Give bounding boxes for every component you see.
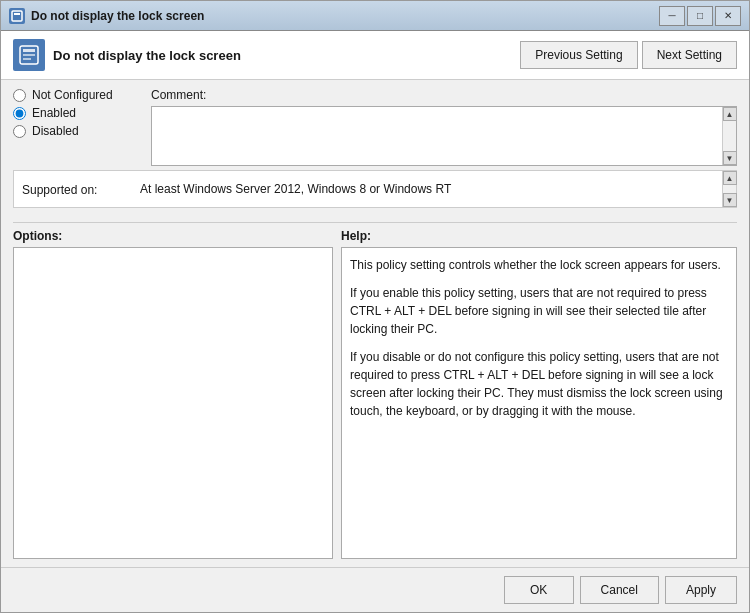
options-box [13, 247, 333, 559]
not-configured-radio[interactable] [13, 89, 26, 102]
two-column-layout: Options: Help: This policy setting contr… [13, 229, 737, 559]
divider [13, 222, 737, 223]
footer: OK Cancel Apply [1, 567, 749, 612]
window-controls: ─ □ ✕ [659, 6, 741, 26]
comment-scrollbar[interactable]: ▲ ▼ [722, 107, 736, 165]
radio-column: Not Configured Enabled Disabled [13, 88, 143, 166]
disabled-radio[interactable] [13, 125, 26, 138]
help-para-1: This policy setting controls whether the… [350, 256, 728, 274]
apply-button[interactable]: Apply [665, 576, 737, 604]
supported-scroll-up[interactable]: ▲ [723, 171, 737, 185]
supported-label: Supported on: [22, 181, 132, 197]
svg-rect-4 [23, 54, 35, 56]
cancel-button[interactable]: Cancel [580, 576, 659, 604]
main-section: Not Configured Enabled Disabled Comment: [1, 80, 749, 567]
minimize-button[interactable]: ─ [659, 6, 685, 26]
maximize-button[interactable]: □ [687, 6, 713, 26]
ok-button[interactable]: OK [504, 576, 574, 604]
disabled-option[interactable]: Disabled [13, 124, 143, 138]
options-label: Options: [13, 229, 333, 243]
help-box: This policy setting controls whether the… [341, 247, 737, 559]
comment-wrapper: ▲ ▼ [151, 106, 737, 166]
comment-label: Comment: [151, 88, 737, 102]
help-label: Help: [341, 229, 737, 243]
options-column: Options: [13, 229, 333, 559]
header-left: Do not display the lock screen [13, 39, 241, 71]
svg-rect-0 [12, 11, 22, 21]
enabled-option[interactable]: Enabled [13, 106, 143, 120]
header-title: Do not display the lock screen [53, 48, 241, 63]
scroll-up-arrow[interactable]: ▲ [723, 107, 737, 121]
supported-wrapper: Supported on: At least Windows Server 20… [13, 170, 737, 208]
window-icon [9, 8, 25, 24]
main-window: Do not display the lock screen ─ □ ✕ Do … [0, 0, 750, 613]
header-buttons: Previous Setting Next Setting [520, 41, 737, 69]
supported-value: At least Windows Server 2012, Windows 8 … [140, 182, 451, 196]
content-area: Do not display the lock screen Previous … [1, 31, 749, 612]
disabled-label: Disabled [32, 124, 79, 138]
help-para-3: If you disable or do not configure this … [350, 348, 728, 420]
enabled-radio[interactable] [13, 107, 26, 120]
previous-setting-button[interactable]: Previous Setting [520, 41, 637, 69]
supported-content: Supported on: At least Windows Server 20… [14, 171, 722, 207]
help-para-2: If you enable this policy setting, users… [350, 284, 728, 338]
policy-icon [13, 39, 45, 71]
svg-rect-5 [23, 58, 31, 60]
comment-input[interactable] [152, 107, 722, 165]
title-bar: Do not display the lock screen ─ □ ✕ [1, 1, 749, 31]
scroll-down-arrow[interactable]: ▼ [723, 151, 737, 165]
next-setting-button[interactable]: Next Setting [642, 41, 737, 69]
svg-rect-3 [23, 49, 35, 52]
svg-rect-1 [14, 13, 20, 15]
supported-scroll-down[interactable]: ▼ [723, 193, 737, 207]
not-configured-option[interactable]: Not Configured [13, 88, 143, 102]
comment-column: Comment: ▲ ▼ [151, 88, 737, 166]
help-column: Help: This policy setting controls wheth… [341, 229, 737, 559]
supported-scrollbar[interactable]: ▲ ▼ [722, 171, 736, 207]
window-title: Do not display the lock screen [31, 9, 659, 23]
not-configured-label: Not Configured [32, 88, 113, 102]
enabled-label: Enabled [32, 106, 76, 120]
header-section: Do not display the lock screen Previous … [1, 31, 749, 80]
close-button[interactable]: ✕ [715, 6, 741, 26]
top-fields: Not Configured Enabled Disabled Comment: [13, 88, 737, 166]
